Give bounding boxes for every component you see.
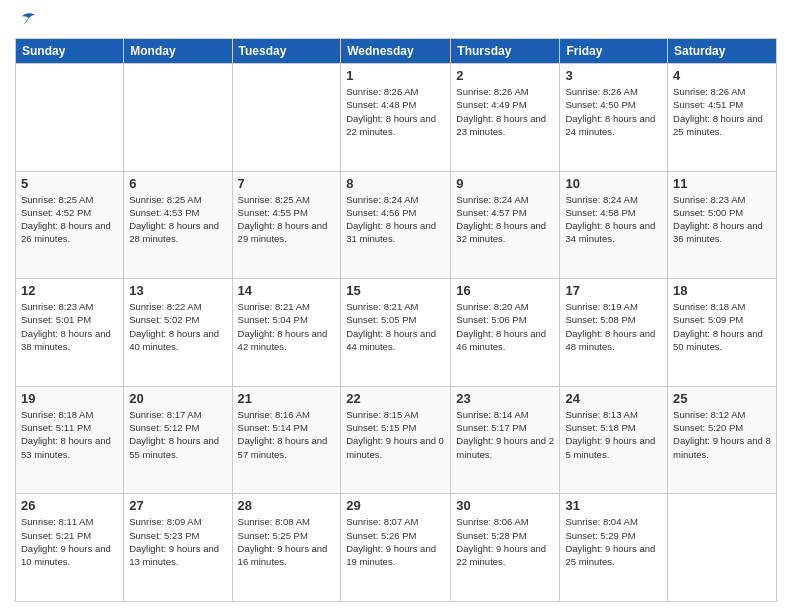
calendar-cell: 4Sunrise: 8:26 AM Sunset: 4:51 PM Daylig… [668,64,777,172]
day-info: Sunrise: 8:21 AM Sunset: 5:04 PM Dayligh… [238,300,336,353]
calendar-cell: 18Sunrise: 8:18 AM Sunset: 5:09 PM Dayli… [668,279,777,387]
calendar-cell: 23Sunrise: 8:14 AM Sunset: 5:17 PM Dayli… [451,386,560,494]
day-number: 20 [129,391,226,406]
calendar-cell: 10Sunrise: 8:24 AM Sunset: 4:58 PM Dayli… [560,171,668,279]
day-info: Sunrise: 8:07 AM Sunset: 5:26 PM Dayligh… [346,515,445,568]
calendar-cell: 5Sunrise: 8:25 AM Sunset: 4:52 PM Daylig… [16,171,124,279]
calendar-cell: 16Sunrise: 8:20 AM Sunset: 5:06 PM Dayli… [451,279,560,387]
day-info: Sunrise: 8:14 AM Sunset: 5:17 PM Dayligh… [456,408,554,461]
calendar-cell: 20Sunrise: 8:17 AM Sunset: 5:12 PM Dayli… [124,386,232,494]
week-row-2: 5Sunrise: 8:25 AM Sunset: 4:52 PM Daylig… [16,171,777,279]
day-number: 4 [673,68,771,83]
calendar-cell [232,64,341,172]
day-info: Sunrise: 8:25 AM Sunset: 4:53 PM Dayligh… [129,193,226,246]
day-info: Sunrise: 8:19 AM Sunset: 5:08 PM Dayligh… [565,300,662,353]
day-info: Sunrise: 8:09 AM Sunset: 5:23 PM Dayligh… [129,515,226,568]
logo [15,10,37,30]
day-info: Sunrise: 8:24 AM Sunset: 4:58 PM Dayligh… [565,193,662,246]
page: SundayMondayTuesdayWednesdayThursdayFrid… [0,0,792,612]
weekday-header-row: SundayMondayTuesdayWednesdayThursdayFrid… [16,39,777,64]
calendar-cell: 8Sunrise: 8:24 AM Sunset: 4:56 PM Daylig… [341,171,451,279]
day-info: Sunrise: 8:16 AM Sunset: 5:14 PM Dayligh… [238,408,336,461]
calendar-cell: 28Sunrise: 8:08 AM Sunset: 5:25 PM Dayli… [232,494,341,602]
calendar-cell: 13Sunrise: 8:22 AM Sunset: 5:02 PM Dayli… [124,279,232,387]
day-number: 27 [129,498,226,513]
calendar-cell: 14Sunrise: 8:21 AM Sunset: 5:04 PM Dayli… [232,279,341,387]
day-info: Sunrise: 8:04 AM Sunset: 5:29 PM Dayligh… [565,515,662,568]
calendar-cell: 3Sunrise: 8:26 AM Sunset: 4:50 PM Daylig… [560,64,668,172]
calendar-cell: 9Sunrise: 8:24 AM Sunset: 4:57 PM Daylig… [451,171,560,279]
calendar-cell [124,64,232,172]
day-info: Sunrise: 8:17 AM Sunset: 5:12 PM Dayligh… [129,408,226,461]
day-number: 22 [346,391,445,406]
day-number: 31 [565,498,662,513]
day-number: 30 [456,498,554,513]
weekday-header-monday: Monday [124,39,232,64]
day-number: 5 [21,176,118,191]
day-info: Sunrise: 8:26 AM Sunset: 4:50 PM Dayligh… [565,85,662,138]
day-info: Sunrise: 8:15 AM Sunset: 5:15 PM Dayligh… [346,408,445,461]
day-info: Sunrise: 8:13 AM Sunset: 5:18 PM Dayligh… [565,408,662,461]
week-row-4: 19Sunrise: 8:18 AM Sunset: 5:11 PM Dayli… [16,386,777,494]
weekday-header-saturday: Saturday [668,39,777,64]
calendar-cell: 29Sunrise: 8:07 AM Sunset: 5:26 PM Dayli… [341,494,451,602]
day-info: Sunrise: 8:08 AM Sunset: 5:25 PM Dayligh… [238,515,336,568]
day-number: 13 [129,283,226,298]
calendar-cell: 27Sunrise: 8:09 AM Sunset: 5:23 PM Dayli… [124,494,232,602]
week-row-3: 12Sunrise: 8:23 AM Sunset: 5:01 PM Dayli… [16,279,777,387]
day-info: Sunrise: 8:23 AM Sunset: 5:01 PM Dayligh… [21,300,118,353]
day-number: 8 [346,176,445,191]
calendar-cell: 22Sunrise: 8:15 AM Sunset: 5:15 PM Dayli… [341,386,451,494]
day-number: 1 [346,68,445,83]
calendar-cell: 21Sunrise: 8:16 AM Sunset: 5:14 PM Dayli… [232,386,341,494]
calendar-cell: 31Sunrise: 8:04 AM Sunset: 5:29 PM Dayli… [560,494,668,602]
calendar-cell: 24Sunrise: 8:13 AM Sunset: 5:18 PM Dayli… [560,386,668,494]
calendar-cell: 2Sunrise: 8:26 AM Sunset: 4:49 PM Daylig… [451,64,560,172]
day-number: 14 [238,283,336,298]
logo-bird-icon [17,10,37,30]
day-info: Sunrise: 8:26 AM Sunset: 4:48 PM Dayligh… [346,85,445,138]
day-number: 18 [673,283,771,298]
header [15,10,777,30]
day-info: Sunrise: 8:25 AM Sunset: 4:52 PM Dayligh… [21,193,118,246]
calendar-cell: 15Sunrise: 8:21 AM Sunset: 5:05 PM Dayli… [341,279,451,387]
calendar-cell: 17Sunrise: 8:19 AM Sunset: 5:08 PM Dayli… [560,279,668,387]
day-info: Sunrise: 8:11 AM Sunset: 5:21 PM Dayligh… [21,515,118,568]
calendar-cell: 6Sunrise: 8:25 AM Sunset: 4:53 PM Daylig… [124,171,232,279]
day-info: Sunrise: 8:12 AM Sunset: 5:20 PM Dayligh… [673,408,771,461]
calendar-cell: 19Sunrise: 8:18 AM Sunset: 5:11 PM Dayli… [16,386,124,494]
day-number: 23 [456,391,554,406]
day-number: 15 [346,283,445,298]
calendar-cell: 25Sunrise: 8:12 AM Sunset: 5:20 PM Dayli… [668,386,777,494]
day-number: 3 [565,68,662,83]
day-number: 6 [129,176,226,191]
day-info: Sunrise: 8:25 AM Sunset: 4:55 PM Dayligh… [238,193,336,246]
day-info: Sunrise: 8:24 AM Sunset: 4:56 PM Dayligh… [346,193,445,246]
weekday-header-friday: Friday [560,39,668,64]
calendar-cell: 11Sunrise: 8:23 AM Sunset: 5:00 PM Dayli… [668,171,777,279]
day-info: Sunrise: 8:06 AM Sunset: 5:28 PM Dayligh… [456,515,554,568]
day-number: 29 [346,498,445,513]
calendar: SundayMondayTuesdayWednesdayThursdayFrid… [15,38,777,602]
day-number: 10 [565,176,662,191]
day-number: 17 [565,283,662,298]
day-number: 28 [238,498,336,513]
calendar-table: SundayMondayTuesdayWednesdayThursdayFrid… [15,38,777,602]
day-number: 24 [565,391,662,406]
day-info: Sunrise: 8:23 AM Sunset: 5:00 PM Dayligh… [673,193,771,246]
calendar-cell: 30Sunrise: 8:06 AM Sunset: 5:28 PM Dayli… [451,494,560,602]
day-number: 11 [673,176,771,191]
calendar-cell: 12Sunrise: 8:23 AM Sunset: 5:01 PM Dayli… [16,279,124,387]
day-info: Sunrise: 8:18 AM Sunset: 5:11 PM Dayligh… [21,408,118,461]
day-info: Sunrise: 8:26 AM Sunset: 4:51 PM Dayligh… [673,85,771,138]
day-info: Sunrise: 8:24 AM Sunset: 4:57 PM Dayligh… [456,193,554,246]
weekday-header-sunday: Sunday [16,39,124,64]
week-row-5: 26Sunrise: 8:11 AM Sunset: 5:21 PM Dayli… [16,494,777,602]
calendar-cell [668,494,777,602]
day-number: 12 [21,283,118,298]
day-info: Sunrise: 8:20 AM Sunset: 5:06 PM Dayligh… [456,300,554,353]
calendar-cell [16,64,124,172]
day-info: Sunrise: 8:18 AM Sunset: 5:09 PM Dayligh… [673,300,771,353]
day-number: 2 [456,68,554,83]
weekday-header-tuesday: Tuesday [232,39,341,64]
